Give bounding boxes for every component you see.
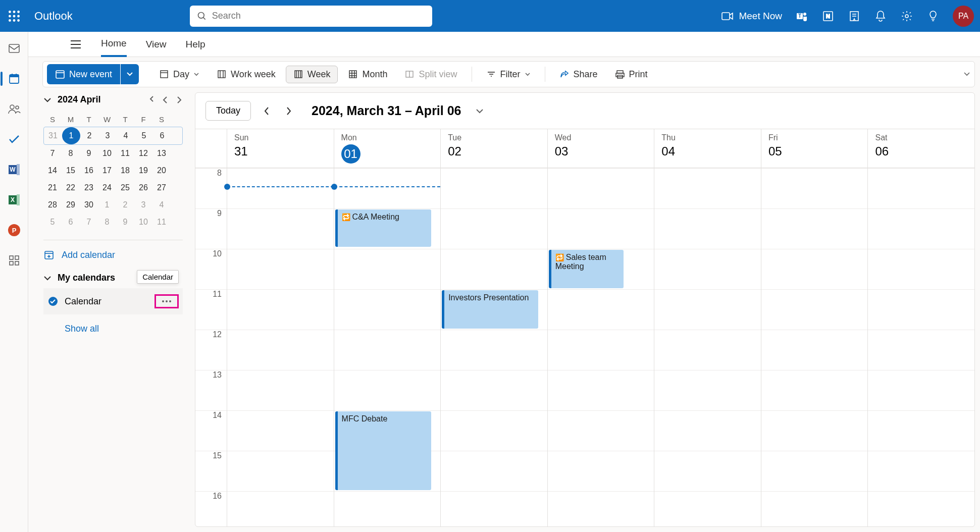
day-header-tue[interactable]: Tue02	[440, 129, 547, 168]
rail-todo-icon[interactable]	[7, 132, 22, 147]
mini-day[interactable]: 7	[43, 145, 62, 162]
day-header-sun[interactable]: Sun31	[227, 129, 334, 168]
mini-day[interactable]: 11	[116, 145, 134, 162]
view-day-button[interactable]: Day	[152, 66, 207, 83]
new-event-button[interactable]: New event	[47, 64, 120, 84]
mini-day[interactable]: 6	[153, 127, 171, 144]
mini-day[interactable]: 10	[134, 214, 152, 231]
calendar-list-item[interactable]: Calendar Calendar	[43, 288, 183, 314]
day-header-wed[interactable]: Wed03	[547, 129, 654, 168]
add-calendar-button[interactable]: Add calendar	[43, 249, 183, 260]
tips-icon[interactable]	[926, 10, 940, 23]
event-sales-team[interactable]: 🔁Sales team Meeting	[549, 250, 624, 288]
mini-day[interactable]: 7	[80, 214, 98, 231]
rail-excel-icon[interactable]: X	[7, 192, 22, 207]
event-ca-meeting[interactable]: 🔁C&A Meeting	[335, 209, 432, 247]
mini-day[interactable]: 3	[134, 196, 152, 214]
mini-day[interactable]: 30	[80, 196, 98, 214]
prev-month-icon[interactable]	[149, 96, 157, 104]
date-range-dropdown[interactable]	[476, 108, 484, 114]
day-column-wed[interactable]: 🔁Sales team Meeting	[547, 168, 654, 526]
tab-home[interactable]: Home	[101, 32, 127, 57]
rail-people-icon[interactable]	[7, 101, 22, 117]
day-column-thu[interactable]	[654, 168, 761, 526]
day-column-tue[interactable]: Investors Presentation	[440, 168, 547, 526]
mini-day[interactable]: 11	[152, 214, 171, 231]
today-button[interactable]: Today	[205, 101, 251, 121]
mini-day[interactable]: 28	[43, 196, 62, 214]
day-column-sun[interactable]	[227, 168, 334, 526]
mini-day[interactable]: 16	[80, 162, 98, 179]
rail-mail-icon[interactable]	[7, 41, 22, 56]
teams-icon[interactable]: T	[795, 10, 808, 23]
day-header-mon[interactable]: Mon01	[334, 129, 441, 168]
view-week-button[interactable]: Week	[286, 66, 338, 83]
day-column-mon[interactable]: 🔁C&A Meeting MFC Debate	[334, 168, 441, 526]
mini-day[interactable]: 5	[135, 127, 153, 144]
notes-icon[interactable]	[848, 10, 861, 23]
rail-powerpoint-icon[interactable]: P	[7, 223, 22, 238]
rail-calendar-icon[interactable]	[7, 71, 22, 86]
next-week-button[interactable]	[282, 103, 295, 119]
rail-more-apps-icon[interactable]	[7, 253, 22, 268]
mini-day[interactable]: 6	[62, 214, 80, 231]
mini-day[interactable]: 3	[98, 127, 117, 144]
mini-day[interactable]: 5	[43, 214, 62, 231]
search-box[interactable]	[190, 6, 432, 27]
mini-day[interactable]: 14	[43, 162, 62, 179]
app-launcher-icon[interactable]	[6, 8, 22, 24]
tab-view[interactable]: View	[146, 33, 167, 56]
prev-week-button[interactable]	[260, 103, 273, 119]
mini-day[interactable]: 13	[152, 145, 171, 162]
mini-day[interactable]: 25	[116, 179, 134, 196]
mini-day[interactable]: 18	[116, 162, 134, 179]
mini-day[interactable]: 9	[80, 145, 98, 162]
ribbon-expand-icon[interactable]	[963, 72, 970, 77]
hamburger-icon[interactable]	[70, 39, 82, 49]
mini-day[interactable]: 22	[62, 179, 80, 196]
rail-word-icon[interactable]: W	[7, 162, 22, 177]
day-header-fri[interactable]: Fri05	[761, 129, 868, 168]
meet-now-button[interactable]: Meet Now	[721, 11, 782, 22]
chevron-down-icon[interactable]	[43, 97, 51, 103]
prev-month-icon[interactable]	[162, 96, 169, 104]
next-month-icon[interactable]	[176, 96, 183, 104]
mini-day[interactable]: 27	[152, 179, 171, 196]
settings-icon[interactable]	[900, 10, 913, 23]
event-investors[interactable]: Investors Presentation	[442, 290, 538, 329]
mini-day[interactable]: 2	[80, 127, 98, 144]
check-circle-icon[interactable]	[47, 296, 59, 307]
mini-day[interactable]: 4	[152, 196, 171, 214]
share-button[interactable]: Share	[552, 66, 605, 83]
mini-day[interactable]: 9	[116, 214, 134, 231]
event-mfc-debate[interactable]: MFC Debate	[335, 411, 432, 490]
mini-day[interactable]: 23	[80, 179, 98, 196]
new-event-dropdown[interactable]	[121, 64, 139, 84]
day-column-fri[interactable]	[761, 168, 868, 526]
mini-day[interactable]: 21	[43, 179, 62, 196]
tab-help[interactable]: Help	[186, 33, 205, 56]
mini-day[interactable]: 4	[117, 127, 135, 144]
onenote-icon[interactable]: N	[821, 10, 835, 23]
day-header-thu[interactable]: Thu04	[654, 129, 761, 168]
search-input[interactable]	[212, 11, 425, 21]
mini-day[interactable]: 26	[134, 179, 152, 196]
mini-day[interactable]: 8	[62, 145, 80, 162]
view-month-button[interactable]: Month	[341, 66, 394, 83]
account-avatar[interactable]: PA	[953, 6, 974, 27]
day-column-sat[interactable]	[867, 168, 974, 526]
show-all-link[interactable]: Show all	[65, 324, 183, 334]
time-grid[interactable]: 8 9 10 11 12 13 14 15 16	[195, 168, 974, 526]
mini-day[interactable]: 29	[62, 196, 80, 214]
print-button[interactable]: Print	[608, 66, 655, 83]
day-header-sat[interactable]: Sat06	[867, 129, 974, 168]
mini-day[interactable]: 10	[98, 145, 116, 162]
mini-day[interactable]: 31	[44, 127, 62, 144]
mini-day[interactable]: 1	[98, 196, 116, 214]
calendar-more-button[interactable]	[154, 294, 179, 308]
notifications-icon[interactable]	[874, 10, 887, 23]
view-workweek-button[interactable]: Work week	[210, 66, 283, 83]
mini-day[interactable]: 8	[98, 214, 116, 231]
mini-day[interactable]: 12	[134, 145, 152, 162]
mini-day[interactable]: 20	[152, 162, 171, 179]
